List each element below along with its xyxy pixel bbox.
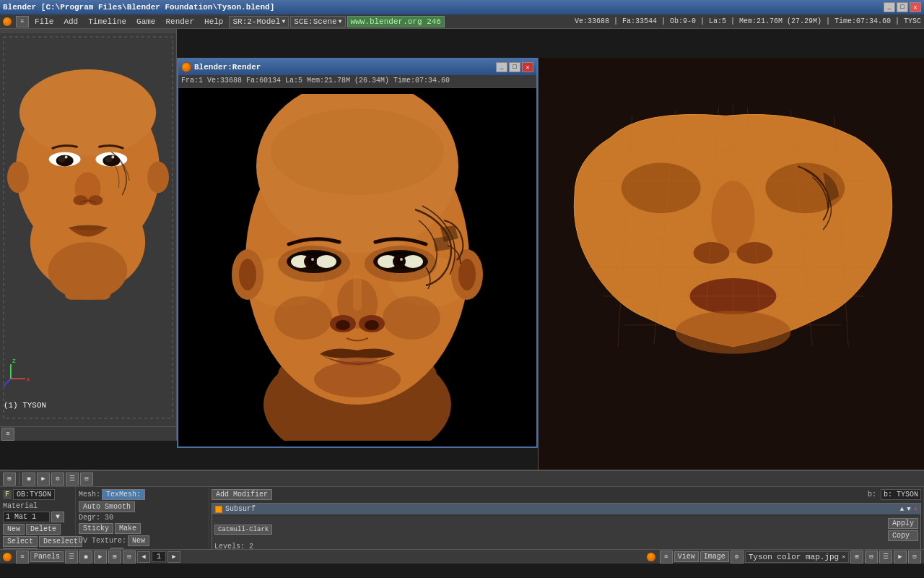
render-minimize-button[interactable]: _ — [496, 62, 507, 72]
modifier-down-icon[interactable]: ▼ — [907, 506, 910, 513]
add-modifier-button[interactable]: Add Modifier — [212, 489, 272, 500]
svg-text:Z: Z — [12, 358, 16, 364]
status-info: Ve:33688 | Fa:33544 | Ob:9-0 | La:5 | Me… — [575, 17, 921, 25]
toolbar-separator — [19, 473, 19, 486]
svg-point-54 — [400, 258, 403, 261]
app-title: Blender [C:\Program Files\Blender Founda… — [3, 3, 274, 12]
bottom-icon-4[interactable]: ⊞ — [108, 551, 121, 564]
material-num[interactable]: ▼ — [51, 512, 64, 522]
toolbar-icon-1[interactable]: ⊞ — [3, 473, 16, 486]
right-viewport[interactable] — [538, 58, 924, 470]
svg-point-12 — [65, 155, 68, 158]
nav-next-button[interactable]: ▶ — [167, 551, 180, 563]
bottom-blender-logo — [3, 553, 12, 561]
svg-point-47 — [311, 258, 314, 261]
svg-point-18 — [147, 161, 169, 193]
toolbar-icon-5[interactable]: ☰ — [66, 473, 79, 486]
mesh-label: Mesh: — [79, 491, 100, 499]
material-label: Material — [3, 502, 38, 510]
panels-button[interactable]: Panels — [30, 551, 64, 562]
svg-rect-60 — [353, 275, 362, 311]
bottom-icon-2[interactable]: ◉ — [79, 551, 92, 564]
left-viewport[interactable]: (1) TYSON X Z Y ≡ — [0, 29, 177, 441]
svg-point-64 — [314, 361, 401, 397]
toolbar-icon-3[interactable]: ▶ — [37, 473, 50, 486]
minimize-button[interactable]: _ — [884, 2, 895, 12]
nav-frame-number: 1 — [152, 551, 166, 562]
svg-point-59 — [365, 320, 379, 330]
svg-point-51 — [403, 255, 423, 268]
modifier-ob-name: b: TYSON — [881, 489, 921, 500]
window-controls[interactable]: _ □ ✕ — [884, 2, 921, 12]
menu-add[interactable]: Add — [59, 16, 82, 27]
uv-texture-new-button[interactable]: New — [128, 535, 149, 546]
bottom-toolbar: ⊞ ◉ ▶ ⚙ ☰ ⊟ — [0, 471, 924, 487]
bottom-icon-view[interactable]: ☰ — [65, 551, 78, 564]
toolbar-icon-2[interactable]: ◉ — [22, 473, 35, 486]
maximize-button[interactable]: □ — [897, 2, 908, 12]
close-button[interactable]: ✕ — [910, 2, 921, 12]
scene-dropdown-1[interactable]: SR:2-Model ▼ — [229, 16, 289, 27]
svg-text:X: X — [27, 376, 30, 383]
viewport-toolbar: ≡ — [0, 426, 177, 441]
bottom-right-icon-1[interactable]: ≡ — [660, 551, 673, 564]
view-button[interactable]: View — [674, 551, 699, 562]
svg-point-17 — [7, 161, 29, 193]
nav-prev-button[interactable]: ◀ — [137, 551, 150, 563]
svg-point-10 — [58, 156, 66, 162]
apply-modifier-button[interactable]: Apply — [888, 518, 918, 529]
uv-file-dropdown[interactable]: Tyson color map.jpg ✕ — [745, 551, 849, 563]
delete-material-button[interactable]: Delete — [26, 524, 61, 535]
make-button[interactable]: Make — [115, 523, 141, 534]
menu-icon[interactable]: ≡ — [16, 16, 29, 27]
left-viewport-svg: (1) TYSON X Z Y — [0, 29, 176, 441]
uv-map-svg — [539, 58, 924, 470]
modifier-up-icon[interactable]: ▲ — [900, 506, 904, 513]
menu-game[interactable]: Game — [132, 16, 160, 27]
bottom-right-icon-3[interactable]: ⊞ — [850, 551, 863, 564]
svg-point-67 — [622, 163, 701, 213]
svg-rect-5 — [65, 256, 111, 300]
uv-filename: Tyson color map.jpg — [749, 553, 839, 561]
sticky-button[interactable]: Sticky — [79, 523, 113, 534]
toolbar-icon-4[interactable]: ⚙ — [51, 473, 64, 486]
tex-mesh-label: TexMesh: — [102, 489, 145, 500]
bottom-right-icon-7[interactable]: ⊡ — [908, 551, 921, 564]
blender-org-link[interactable]: www.blender.org 246 — [347, 16, 445, 27]
degr-label: Degr: 30 — [79, 514, 113, 522]
svg-point-69 — [694, 242, 730, 264]
bottom-right-icon-2[interactable]: ⚙ — [731, 551, 744, 564]
menu-help[interactable]: Help — [200, 16, 227, 27]
image-button[interactable]: Image — [700, 551, 729, 562]
bottom-icon-3[interactable]: ▶ — [94, 551, 107, 564]
modifier-delete-icon[interactable]: ✕ — [914, 505, 918, 513]
svg-point-58 — [336, 320, 350, 330]
render-maximize-button[interactable]: □ — [509, 62, 520, 72]
bottom-right-icon-6[interactable]: ▶ — [894, 551, 907, 564]
copy-modifier-button[interactable]: Copy — [888, 530, 918, 541]
menu-bar: ≡ File Add Timeline Game Render Help SR:… — [0, 14, 924, 29]
bottom-right-icon-4[interactable]: ⊟ — [865, 551, 878, 564]
bottom-toolbar-icon[interactable]: ≡ — [16, 551, 29, 564]
render-window[interactable]: Blender:Render _ □ ✕ Fra:1 Ve:33688 Fa:6… — [177, 58, 538, 448]
render-window-controls[interactable]: _ □ ✕ — [496, 62, 533, 72]
render-canvas — [178, 88, 536, 447]
viewport-menu-icon[interactable]: ≡ — [1, 428, 14, 441]
select-material-button[interactable]: Select — [3, 536, 38, 547]
catmull-clark-button[interactable]: Catmull-Clark — [214, 525, 272, 535]
menu-file[interactable]: File — [30, 16, 58, 27]
bottom-bar: ≡ Panels ☰ ◉ ▶ ⊞ ⊟ ◀ 1 ▶ ≡ View Image ⚙ … — [0, 549, 924, 564]
toolbar-icon-6[interactable]: ⊟ — [80, 473, 93, 486]
scene-dropdown-2[interactable]: SCE:Scene ▼ — [290, 16, 345, 27]
svg-point-37 — [239, 259, 256, 290]
material-item[interactable]: 1 Mat 1 — [3, 512, 50, 522]
menu-render[interactable]: Render — [161, 16, 199, 27]
new-material-button[interactable]: New — [3, 524, 25, 535]
bottom-icon-5[interactable]: ⊟ — [123, 551, 136, 564]
auto-smooth-button[interactable]: Auto Smooth — [79, 501, 135, 512]
render-close-button[interactable]: ✕ — [522, 62, 533, 72]
menu-timeline[interactable]: Timeline — [84, 16, 131, 27]
ob-name-label: b: — [868, 491, 876, 499]
bottom-right-icon-5[interactable]: ☰ — [879, 551, 892, 564]
subsurf-enabled-checkbox[interactable] — [215, 506, 222, 513]
